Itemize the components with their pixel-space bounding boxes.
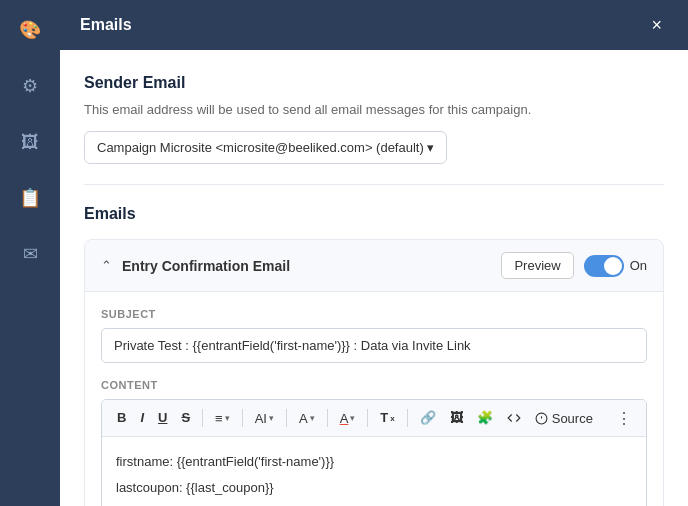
link-button[interactable]: 🔗 bbox=[415, 406, 441, 430]
editor-content[interactable]: firstname: {{entrantField('first-name')}… bbox=[102, 437, 646, 506]
toggle-label: On bbox=[630, 258, 647, 273]
email-accordion: ⌃ Entry Confirmation Email Preview On SU… bbox=[84, 239, 664, 506]
settings-icon: ⚙ bbox=[22, 75, 38, 97]
sender-email-value: Campaign Microsite <microsite@beeliked.c… bbox=[97, 140, 434, 155]
source-icon bbox=[535, 412, 548, 425]
toolbar-separator-1 bbox=[202, 409, 203, 427]
sidebar-icon-email[interactable]: ✉ bbox=[12, 236, 48, 272]
font-dropdown[interactable]: A ▾ bbox=[294, 408, 320, 429]
sender-description: This email address will be used to send … bbox=[84, 102, 664, 117]
content-line-2: lastcoupon: {{last_coupon}} bbox=[116, 477, 632, 499]
align-caret: ▾ bbox=[225, 413, 230, 423]
sender-email-select[interactable]: Campaign Microsite <microsite@beeliked.c… bbox=[84, 131, 447, 164]
layers-icon: 📋 bbox=[19, 187, 41, 209]
sender-section-title: Sender Email bbox=[84, 74, 664, 92]
ai-dropdown[interactable]: AI ▾ bbox=[250, 408, 279, 429]
dialog-title: Emails bbox=[80, 16, 132, 34]
accordion-right: Preview On bbox=[501, 252, 647, 279]
color-label: A bbox=[340, 411, 349, 426]
italic-button[interactable]: I bbox=[135, 406, 149, 430]
ai-label: AI bbox=[255, 411, 267, 426]
accordion-label: Entry Confirmation Email bbox=[122, 258, 290, 274]
embed-button[interactable] bbox=[502, 408, 526, 428]
preview-button[interactable]: Preview bbox=[501, 252, 573, 279]
accordion-body: SUBJECT CONTENT B I U S ≡ ▾ bbox=[85, 292, 663, 506]
content-line-1: firstname: {{entrantField('first-name')}… bbox=[116, 451, 632, 473]
image-button[interactable]: 🖼 bbox=[445, 406, 468, 430]
toggle-wrapper: On bbox=[584, 255, 647, 277]
editor-container: B I U S ≡ ▾ AI ▾ bbox=[101, 399, 647, 506]
clear-format-button[interactable]: Tx bbox=[375, 406, 399, 430]
emails-section-title: Emails bbox=[84, 205, 664, 223]
toolbar-separator-4 bbox=[327, 409, 328, 427]
ai-caret: ▾ bbox=[269, 413, 274, 423]
toolbar-separator-5 bbox=[367, 409, 368, 427]
align-dropdown[interactable]: ≡ ▾ bbox=[210, 408, 235, 429]
dialog-header: Emails × bbox=[60, 0, 688, 50]
accordion-header: ⌃ Entry Confirmation Email Preview On bbox=[85, 240, 663, 292]
on-off-toggle[interactable] bbox=[584, 255, 624, 277]
source-label: Source bbox=[552, 411, 593, 426]
toolbar-separator-2 bbox=[242, 409, 243, 427]
underline-button[interactable]: U bbox=[153, 406, 172, 430]
more-options-button[interactable]: ⋮ bbox=[612, 407, 636, 430]
toolbar-separator-6 bbox=[407, 409, 408, 427]
palette-icon: 🎨 bbox=[19, 19, 41, 41]
sidebar-icon-layers[interactable]: 📋 bbox=[12, 180, 48, 216]
sidebar-icon-palette[interactable]: 🎨 bbox=[12, 12, 48, 48]
toolbar-separator-3 bbox=[286, 409, 287, 427]
align-icon: ≡ bbox=[215, 411, 223, 426]
font-caret: ▾ bbox=[310, 413, 315, 423]
sidebar-icon-image[interactable]: 🖼 bbox=[12, 124, 48, 160]
content-label: CONTENT bbox=[101, 379, 647, 391]
email-icon: ✉ bbox=[23, 243, 38, 265]
dialog-body: Sender Email This email address will be … bbox=[60, 50, 688, 506]
strikethrough-button[interactable]: S bbox=[176, 406, 195, 430]
font-label: A bbox=[299, 411, 308, 426]
plugin-button[interactable]: 🧩 bbox=[472, 406, 498, 430]
close-button[interactable]: × bbox=[645, 14, 668, 36]
sidebar: 🎨 ⚙ 🖼 📋 ✉ bbox=[0, 0, 60, 506]
subject-label: SUBJECT bbox=[101, 308, 647, 320]
image-icon: 🖼 bbox=[21, 132, 39, 153]
sidebar-icon-settings[interactable]: ⚙ bbox=[12, 68, 48, 104]
accordion-left: ⌃ Entry Confirmation Email bbox=[101, 258, 290, 274]
embed-icon bbox=[507, 411, 521, 425]
editor-toolbar: B I U S ≡ ▾ AI ▾ bbox=[102, 400, 646, 437]
accordion-chevron-icon[interactable]: ⌃ bbox=[101, 258, 112, 273]
main-area: Emails × Sender Email This email address… bbox=[60, 0, 688, 506]
color-dropdown[interactable]: A ▾ bbox=[335, 408, 361, 429]
bold-button[interactable]: B bbox=[112, 406, 131, 430]
section-divider bbox=[84, 184, 664, 185]
color-caret: ▾ bbox=[350, 413, 355, 423]
subject-input[interactable] bbox=[101, 328, 647, 363]
source-button[interactable]: Source bbox=[530, 408, 598, 429]
